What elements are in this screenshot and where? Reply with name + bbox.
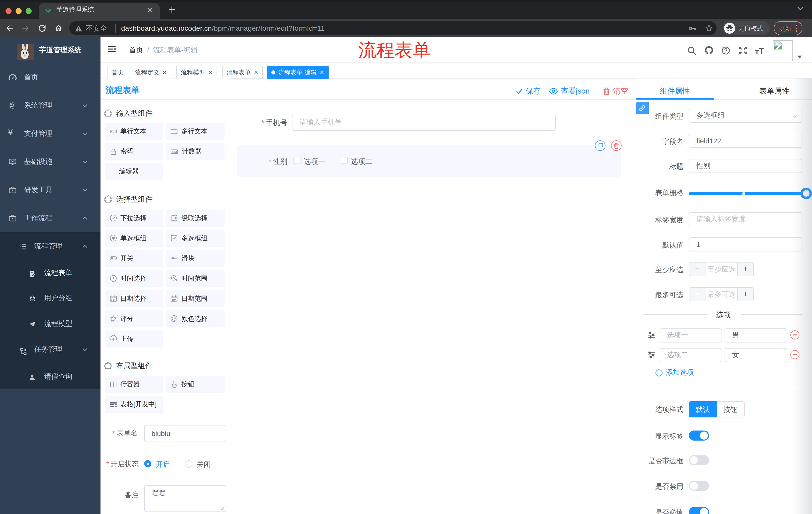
svg-text:123: 123 bbox=[172, 150, 177, 154]
